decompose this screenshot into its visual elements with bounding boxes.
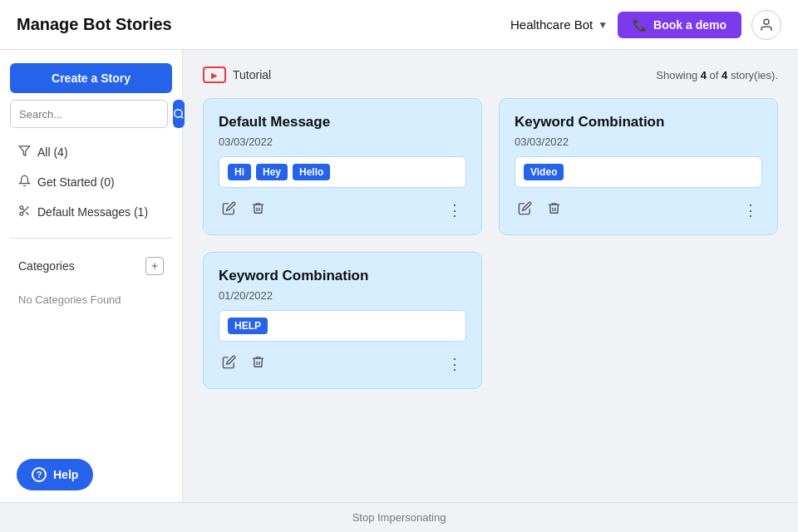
create-story-button[interactable]: Create a Story — [10, 63, 172, 93]
tutorial-label: Tutorial — [233, 68, 271, 81]
footer: Stop Impersonating — [0, 502, 798, 532]
play-icon: ▶ — [203, 66, 226, 83]
edit-button[interactable] — [219, 198, 239, 223]
keyword-tags: HELP — [219, 310, 466, 342]
story-card: Default Message 03/03/2022 HiHeyHello — [203, 98, 482, 235]
add-category-button[interactable]: ＋ — [145, 257, 164, 275]
svg-point-0 — [764, 19, 769, 24]
card-actions: ⋮ — [515, 198, 762, 223]
sidebar-item-all-label: All (4) — [37, 145, 68, 159]
keyword-tag: Hello — [293, 164, 330, 180]
keyword-tag: Hi — [228, 164, 251, 180]
showing-text: Showing 4 of 4 story(ies). — [656, 69, 778, 81]
tutorial-link[interactable]: ▶ Tutorial — [203, 66, 271, 83]
story-date: 03/03/2022 — [219, 135, 466, 148]
stories-grid: Default Message 03/03/2022 HiHeyHello — [203, 98, 778, 389]
more-options-button[interactable]: ⋮ — [444, 352, 466, 377]
no-categories-text: No Categories Found — [10, 288, 172, 311]
sidebar-item-get-started-label: Get Started (0) — [37, 175, 115, 189]
search-row — [10, 100, 172, 128]
story-card-title: Default Message — [219, 114, 466, 131]
keyword-tag: Hey — [256, 164, 288, 180]
bell-icon — [18, 175, 31, 190]
main-content: ▶ Tutorial Showing 4 of 4 story(ies). De… — [183, 50, 798, 532]
page-title: Manage Bot Stories — [17, 15, 172, 34]
story-date: 03/03/2022 — [515, 135, 762, 148]
more-options-button[interactable]: ⋮ — [444, 198, 466, 223]
book-demo-button[interactable]: 📞 Book a demo — [618, 12, 741, 38]
keyword-tags: Video — [515, 156, 762, 188]
story-card: Keyword Combination 01/20/2022 HELP — [203, 252, 482, 389]
toolbar: ▶ Tutorial Showing 4 of 4 story(ies). — [203, 66, 778, 83]
keyword-tags: HiHeyHello — [219, 156, 466, 188]
edit-button[interactable] — [219, 352, 239, 377]
story-card: Keyword Combination 03/03/2022 Video — [499, 98, 778, 235]
story-date: 01/20/2022 — [219, 289, 466, 302]
sidebar-item-default-messages[interactable]: Default Messages (1) — [10, 198, 172, 226]
sidebar-item-default-messages-label: Default Messages (1) — [37, 205, 148, 219]
svg-point-1 — [175, 110, 182, 117]
sidebar-item-get-started[interactable]: Get Started (0) — [10, 168, 172, 196]
delete-button[interactable] — [544, 198, 564, 223]
sidebar-divider — [10, 238, 172, 239]
svg-marker-3 — [19, 146, 30, 155]
story-card-title: Keyword Combination — [515, 114, 762, 131]
delete-button[interactable] — [248, 198, 268, 223]
categories-row[interactable]: Categories ＋ — [10, 250, 172, 282]
edit-button[interactable] — [515, 198, 535, 223]
sidebar-nav: All (4) Get Started (0) — [10, 138, 172, 226]
help-label: Help — [53, 468, 78, 481]
card-actions: ⋮ — [219, 198, 466, 223]
phone-icon: 📞 — [633, 18, 647, 32]
help-button[interactable]: ? Help — [17, 459, 93, 490]
story-card-title: Keyword Combination — [219, 268, 466, 284]
bot-selector[interactable]: Healthcare Bot ▼ — [510, 17, 608, 32]
svg-line-8 — [22, 209, 24, 210]
stop-impersonating-text: Stop Impersonating — [352, 511, 446, 524]
main-layout: Create a Story All (4) — [0, 50, 798, 532]
chevron-down-icon: ▼ — [598, 19, 608, 31]
svg-point-4 — [20, 206, 23, 209]
categories-label: Categories — [18, 259, 75, 273]
sidebar-item-all[interactable]: All (4) — [10, 138, 172, 166]
card-actions: ⋮ — [219, 352, 466, 377]
keyword-tag: Video — [524, 164, 564, 180]
header-right: Healthcare Bot ▼ 📞 Book a demo — [510, 10, 781, 40]
user-profile-button[interactable] — [751, 10, 781, 40]
scissors-icon — [18, 204, 31, 219]
filter-icon — [18, 145, 31, 160]
header: Manage Bot Stories Healthcare Bot ▼ 📞 Bo… — [0, 0, 798, 50]
search-input[interactable] — [10, 100, 168, 128]
svg-point-5 — [20, 212, 23, 215]
more-options-button[interactable]: ⋮ — [740, 198, 762, 223]
help-icon: ? — [32, 467, 47, 482]
delete-button[interactable] — [248, 352, 268, 377]
svg-line-7 — [26, 212, 28, 214]
bot-name: Healthcare Bot — [510, 17, 593, 32]
keyword-tag: HELP — [228, 318, 268, 334]
